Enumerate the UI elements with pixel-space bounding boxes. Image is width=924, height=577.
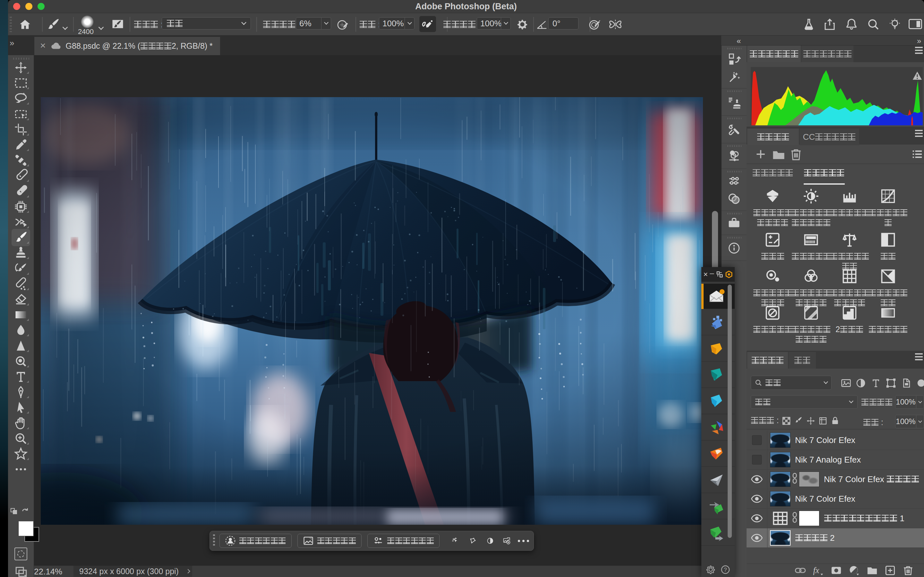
svg-text:fx: fx — [813, 566, 819, 575]
svg-text:?: ? — [724, 566, 727, 573]
